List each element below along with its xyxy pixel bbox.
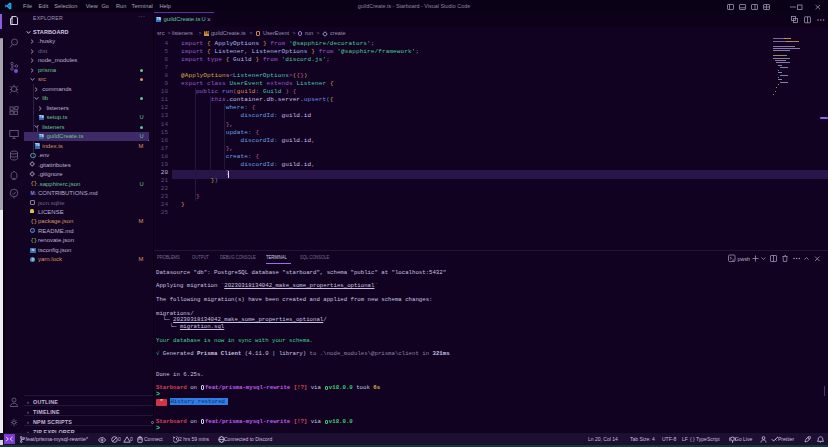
svg-text:pwsh: pwsh [738, 255, 751, 261]
